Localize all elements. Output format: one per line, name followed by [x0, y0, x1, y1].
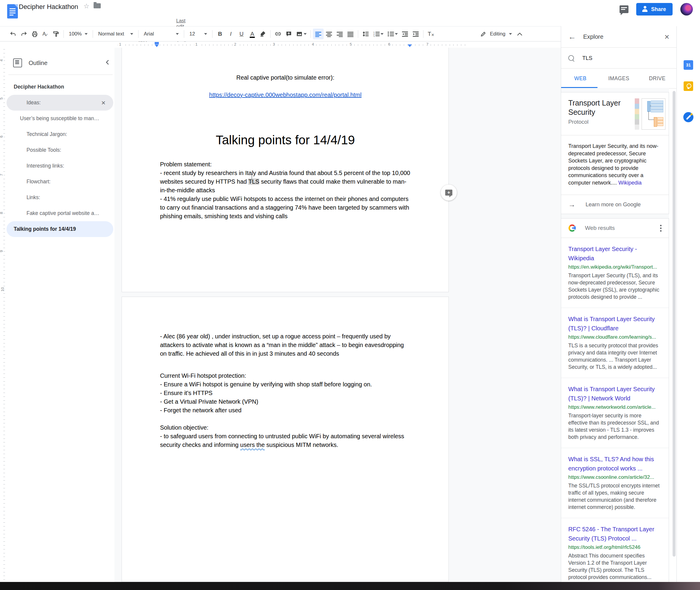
result-url: https://tools.ietf.org/html/rfc5246 [568, 543, 662, 552]
bulleted-list-button[interactable] [385, 29, 399, 39]
zoom-select[interactable]: 100% [66, 31, 91, 37]
outline-item[interactable]: User’s being susceptible to man… [7, 111, 113, 126]
move-folder-icon[interactable] [94, 3, 101, 8]
increase-indent-button[interactable] [411, 29, 421, 39]
outline-item[interactable]: Ideas:× [7, 95, 113, 111]
italic-button[interactable]: I [225, 29, 236, 39]
back-arrow-icon[interactable]: ← [568, 32, 576, 41]
knowledge-thumbnail-diagram[interactable] [641, 98, 666, 130]
line-spacing-button[interactable] [360, 29, 371, 39]
outline-item[interactable]: Links: [7, 190, 113, 205]
doc-paragraph: - to safeguard users from connecting to … [160, 432, 411, 449]
tab-drive[interactable]: DRIVE [638, 69, 677, 88]
result-title-link[interactable]: What is Transport Layer Security (TLS)? … [568, 314, 662, 333]
underline-button[interactable]: U [236, 29, 247, 39]
explore-search-input[interactable]: TLS [561, 48, 677, 69]
wikipedia-link[interactable]: Wikipedia [618, 180, 641, 186]
undo-button[interactable] [8, 29, 18, 39]
align-right-button[interactable] [334, 29, 345, 39]
calendar-icon[interactable]: 31 [684, 60, 693, 70]
result-title-link[interactable]: What is Transport Layer Security (TLS)? … [568, 385, 662, 403]
doc-paragraph: Solution objective: [160, 423, 411, 432]
result-snippet: Transport Layer Security (TLS), and its … [568, 272, 662, 300]
add-comment-button[interactable] [283, 29, 294, 39]
align-center-button[interactable] [324, 29, 334, 39]
doc-hyperlink[interactable]: https://decoy-captive.000webhostapp.com/… [209, 92, 361, 98]
editing-mode-select[interactable]: Editing [480, 31, 514, 37]
outline-item-label: Decipher Hackathon [14, 84, 64, 90]
hide-menus-button[interactable] [514, 29, 525, 39]
redo-button[interactable] [18, 29, 29, 39]
outline-item[interactable]: Possible Tools: [7, 142, 113, 158]
outline-item[interactable]: Talking points for 14/4/19 [7, 221, 113, 237]
add-comment-fab[interactable]: + [441, 185, 457, 201]
docs-logo-icon[interactable] [7, 4, 18, 18]
decrease-indent-button[interactable] [399, 29, 411, 39]
doc-paragraph [160, 415, 411, 423]
remove-from-outline-icon[interactable]: × [101, 99, 106, 107]
share-lock-person-icon [641, 6, 648, 12]
justify-button[interactable] [345, 29, 356, 39]
outline-item-label: Ideas: [26, 100, 41, 106]
outline-item[interactable]: Fake captive portal website a… [7, 205, 113, 221]
ruler-number: 3 [271, 42, 276, 46]
tasks-icon[interactable] [683, 112, 693, 122]
font-size-select[interactable]: 12 [186, 31, 210, 37]
document-page-1[interactable]: Real captive portal(to simulate error): … [122, 48, 449, 292]
ruler-number: 10 [0, 286, 5, 292]
close-icon[interactable]: × [665, 32, 669, 42]
result-title-link[interactable]: Transport Layer Security - Wikipedia [568, 244, 662, 263]
clear-formatting-button[interactable]: T⨯ [426, 29, 436, 39]
document-page-2[interactable]: - Alec (86 year old) , under instruction… [122, 297, 449, 582]
document-title[interactable]: Decipher Hackathon [19, 3, 78, 11]
spellcheck-button[interactable]: A✓ [40, 29, 51, 39]
result-title-link[interactable]: RFC 5246 - The Transport Layer Security … [568, 525, 662, 543]
account-avatar[interactable] [680, 3, 693, 15]
insert-image-button[interactable] [294, 29, 309, 39]
knowledge-card: Transport Layer Security Protocol [561, 92, 669, 214]
numbered-list-button[interactable]: 123 [371, 29, 385, 39]
print-button[interactable] [29, 29, 40, 39]
paragraph-style-select[interactable]: Normal text [95, 31, 136, 37]
search-result: What is Transport Layer Security (TLS)? … [561, 378, 669, 448]
font-select[interactable]: Arial [141, 31, 182, 37]
collapse-outline-icon[interactable] [106, 60, 109, 66]
outline-item[interactable]: Decipher Hackathon [7, 79, 113, 95]
comment-history-icon[interactable] [619, 5, 628, 13]
knowledge-title: Transport Layer Security [568, 98, 632, 117]
insert-link-button[interactable] [273, 29, 283, 39]
doc-paragraph: - 41% regularly use public WiFi hotspots… [160, 195, 411, 221]
comment-plus-icon: + [445, 190, 452, 196]
first-line-indent-marker[interactable] [155, 42, 159, 44]
result-title-link[interactable]: What is SSL, TLS? And how this encryptio… [568, 455, 662, 473]
chevron-down-icon [304, 33, 307, 35]
knowledge-thumbnail-colors[interactable] [635, 98, 639, 130]
align-left-button[interactable] [313, 29, 324, 39]
right-indent-marker[interactable] [407, 44, 412, 47]
bold-button[interactable]: B [215, 29, 225, 39]
tab-images[interactable]: IMAGES [600, 69, 638, 88]
share-button[interactable]: Share [636, 3, 673, 15]
chevron-down-icon [509, 33, 512, 35]
highlight-color-button[interactable] [257, 29, 268, 39]
svg-text:1: 1 [373, 31, 375, 33]
tab-web[interactable]: WEB [561, 69, 600, 88]
learn-more-row[interactable]: → Learn more on Google [561, 195, 669, 214]
outline-item[interactable]: Flowchart: [7, 174, 113, 190]
text-color-button[interactable]: A [247, 29, 257, 39]
doc-paragraph: - Ensure it's HTTPS [160, 389, 411, 397]
explore-scrollbar[interactable] [673, 91, 676, 557]
outline-item-label: Links: [26, 194, 40, 201]
outline-item[interactable]: Technical Jargon: [7, 126, 113, 142]
paint-format-button[interactable] [51, 29, 62, 39]
doc-paragraph: - Ensure a WiFi hotspot is genuine by ve… [160, 380, 411, 389]
outline-item[interactable]: Interesting links: [7, 158, 113, 174]
star-icon[interactable]: ☆ [84, 2, 89, 10]
outline-item-label: Possible Tools: [26, 147, 61, 153]
left-indent-marker[interactable] [155, 44, 159, 47]
result-snippet: Transport-layer security is more effecti… [568, 412, 662, 440]
more-options-icon[interactable] [660, 225, 662, 232]
keep-icon[interactable] [684, 81, 693, 91]
explore-panel: ← Explore × TLS WEB IMAGES DRIVE Transpo… [561, 26, 677, 582]
doc-paragraph: Real captive portal(to simulate error): [160, 73, 411, 82]
